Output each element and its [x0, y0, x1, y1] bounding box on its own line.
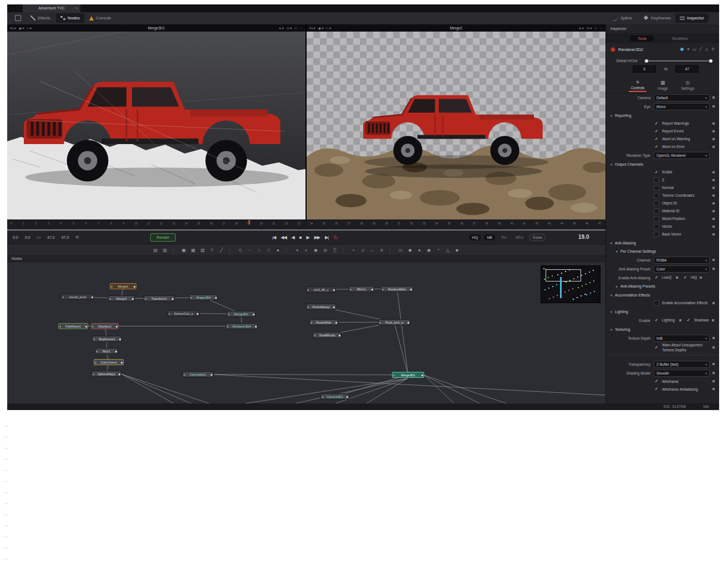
quality-hiq[interactable]: HiQ — [469, 234, 481, 240]
tool-polygon-mask-icon[interactable]: ◇ — [237, 247, 244, 254]
node-color-swatch[interactable] — [680, 48, 684, 51]
inspector-menu-icon[interactable]: ··· — [711, 24, 715, 33]
ruler-frame-11[interactable]: 11 — [147, 222, 150, 225]
node-camera3d1[interactable]: Camera3D1 — [320, 393, 349, 400]
ruler-frame-37[interactable]: 37 — [473, 222, 476, 225]
checkbox-vector[interactable] — [654, 224, 659, 229]
checkbox-abort-on-warning[interactable]: ✓ — [654, 136, 659, 142]
channel-select[interactable]: ◉ ▾ — [19, 26, 24, 30]
subtab-image[interactable]: ▦Image — [655, 79, 670, 91]
node-smallrocks[interactable]: SmallRocks — [313, 332, 342, 338]
ruler-frame-24[interactable]: 24 — [310, 222, 313, 225]
checkbox-material-id[interactable] — [654, 208, 659, 214]
node-fastnoise1[interactable]: FastNoise1 — [58, 323, 88, 329]
render-button[interactable]: Render — [150, 233, 176, 242]
checkbox-lowq[interactable]: ✓ — [654, 275, 659, 280]
ruler-frame-21[interactable]: 21 — [272, 222, 275, 225]
timeline-ruler[interactable]: 0123456789101112131415161718192021222324… — [7, 219, 605, 231]
checkbox-lighting[interactable]: ✓ — [654, 318, 659, 323]
section-chevron-icon[interactable]: ▾ — [610, 310, 612, 314]
tool-spotlight3d-icon[interactable]: △ — [444, 247, 451, 254]
node-merge1[interactable]: Merge1 — [110, 283, 136, 289]
keyframe-dot[interactable] — [712, 226, 715, 228]
ruler-frame-47[interactable]: 47 — [598, 222, 601, 225]
ruler-frame-0[interactable]: 0 — [10, 222, 12, 225]
node-colorcorre1[interactable]: ColorCorre1 — [94, 359, 124, 365]
tool-wand-mask-icon[interactable]: ● — [274, 247, 282, 254]
keyframe-dot[interactable] — [712, 171, 715, 173]
keyframe-dot[interactable] — [712, 380, 715, 382]
tool-saver-icon[interactable]: ▥ — [161, 247, 169, 254]
ruler-frame-6[interactable]: 6 — [85, 222, 87, 225]
ruler-frame-31[interactable]: 31 — [398, 222, 400, 225]
ruler-frame-43[interactable]: 43 — [548, 222, 551, 225]
tool-background-icon[interactable]: ▦ — [190, 247, 197, 254]
ruler-frame-10[interactable]: 10 — [135, 222, 138, 225]
ruler-frame-25[interactable]: 25 — [323, 222, 325, 225]
dropdown-texture-depth[interactable]: Int8▾ — [654, 335, 710, 342]
close-tab-icon[interactable]: × — [75, 4, 78, 12]
keyframe-dot[interactable] — [712, 363, 715, 365]
tool-bspline-mask-icon[interactable]: ~ — [246, 247, 253, 254]
quality-aprx[interactable]: APrx — [513, 234, 526, 240]
node-versions-icon[interactable]: ▭ — [693, 47, 696, 52]
ruler-frame-41[interactable]: 41 — [523, 222, 526, 225]
tool-merge-icon[interactable]: ▣ — [180, 247, 187, 254]
roi-toggle[interactable]: □ — [594, 27, 597, 30]
console-button[interactable]: Console — [85, 13, 116, 23]
keyframe-dot[interactable] — [712, 195, 715, 197]
composition-tab[interactable]: Adventure TVC × — [23, 4, 80, 12]
checkbox-back-vector[interactable] — [654, 232, 659, 237]
global-in-out-slider[interactable] — [646, 60, 711, 62]
go-first-frame-button[interactable]: |◀ — [272, 235, 276, 240]
keyframe-dot[interactable] — [712, 138, 715, 140]
node-reset-icon[interactable]: ↻ — [711, 47, 715, 52]
go-last-frame-button[interactable]: ▶| — [325, 235, 328, 240]
ruler-frame-26[interactable]: 26 — [335, 222, 338, 225]
node-sphereca1-a[interactable]: SphereCa1_a — [167, 310, 200, 316]
ruler-frame-39[interactable]: 39 — [498, 222, 501, 225]
right-viewer[interactable]: Merge2 Fit ▾ ◉ ▾ □ ▾ ● ▾ ⊙ ▾ □ ··· — [307, 24, 605, 219]
node-rockswide[interactable]: RocksWide — [309, 319, 338, 325]
checkbox-hiq[interactable]: ✓ — [683, 275, 688, 280]
keyframe-dot[interactable] — [712, 268, 715, 270]
ruler-frame-2[interactable]: 2 — [35, 222, 37, 225]
step-forward-button[interactable]: ▶▶ — [314, 235, 320, 240]
range-arrows[interactable]: ‹ › — [37, 236, 40, 239]
checkbox-report-warnings[interactable]: ✓ — [654, 121, 659, 126]
layout-select[interactable]: □ ▾ — [27, 26, 32, 30]
layout-select[interactable]: □ ▾ — [327, 26, 331, 30]
checkbox-z[interactable] — [654, 177, 659, 183]
comp-start-field[interactable]: 0.0 — [13, 236, 18, 239]
checkbox-normal[interactable] — [654, 185, 659, 191]
fit-select[interactable]: Fit ▾ — [309, 26, 315, 30]
node-script-icon[interactable]: ╱ — [700, 47, 702, 52]
tool-brightness-icon[interactable]: ◎ — [322, 247, 329, 254]
lut-select[interactable]: ⊙ ▾ — [587, 26, 592, 30]
lut-select[interactable]: ⊙ ▾ — [287, 26, 292, 30]
tool-huecurves-icon[interactable]: ◉ — [312, 247, 319, 254]
tool-transform-icon[interactable]: + — [350, 247, 357, 254]
subtab-settings[interactable]: ◎Settings — [679, 79, 696, 91]
ui-layout-button[interactable] — [11, 13, 26, 23]
node-shape3d4[interactable]: Shape3D4 — [189, 294, 218, 300]
checkbox-object-id[interactable] — [654, 201, 659, 206]
tool-resize-icon[interactable]: ↔ — [369, 247, 376, 254]
keyframe-dot[interactable] — [700, 277, 702, 279]
keyframe-dot[interactable] — [712, 346, 715, 349]
tool-light3d-icon[interactable]: * — [435, 247, 442, 254]
keyframe-dot[interactable] — [712, 146, 715, 148]
left-viewer-canvas[interactable] — [7, 32, 306, 219]
tool-shape3d-icon[interactable]: ◆ — [406, 247, 414, 254]
keyframe-dot[interactable] — [679, 319, 681, 321]
ruler-frame-38[interactable]: 38 — [485, 222, 488, 225]
slider-handle-in[interactable] — [645, 59, 648, 63]
node-graph-minimap[interactable] — [541, 265, 600, 303]
ruler-frame-36[interactable]: 36 — [460, 222, 463, 225]
inspector-button[interactable]: Inspector — [675, 13, 709, 23]
channel-select[interactable]: ◉ ▾ — [318, 26, 324, 30]
ruler-frame-34[interactable]: 34 — [435, 222, 438, 225]
keyframe-dot[interactable] — [712, 259, 715, 261]
tool-camera3d-icon[interactable]: ◉ — [425, 247, 432, 254]
section-reporting[interactable]: ▾Reporting — [606, 111, 719, 120]
